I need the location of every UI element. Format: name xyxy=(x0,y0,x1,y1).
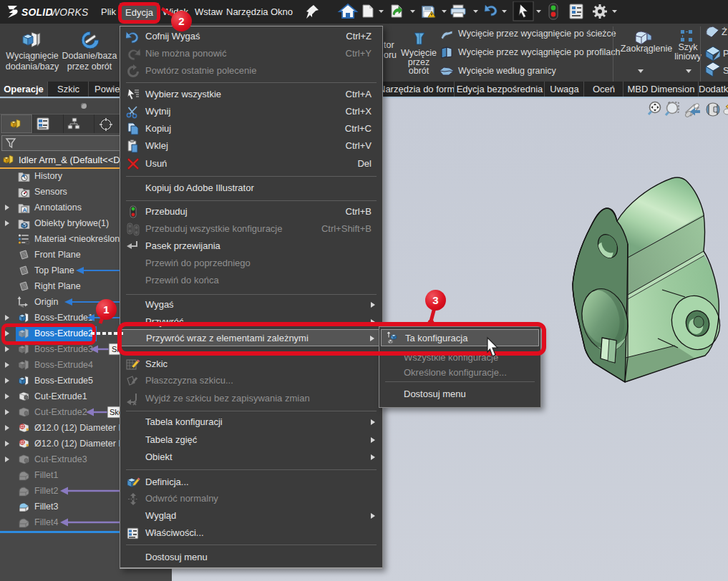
svg-text:P: P xyxy=(723,48,728,59)
svg-text:WORKS: WORKS xyxy=(50,7,89,18)
svg-text:Ż: Ż xyxy=(722,26,727,37)
svg-text:S: S xyxy=(723,65,728,76)
svg-text:SOLID: SOLID xyxy=(21,7,53,18)
